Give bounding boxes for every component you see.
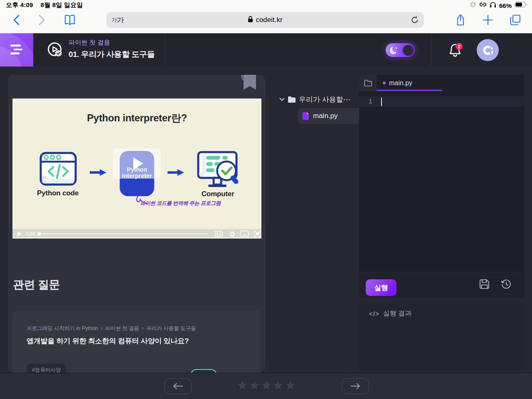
notification-badge: 2 bbox=[456, 43, 463, 50]
editor-tab-bar: main.py bbox=[359, 75, 525, 91]
computer-label: Computer bbox=[189, 190, 247, 198]
play-button[interactable] bbox=[17, 231, 22, 236]
star-icon[interactable] bbox=[237, 380, 248, 391]
interpreter-annotation: 파이썬 코드를 번역해 주는 프로그램 bbox=[140, 200, 232, 207]
bookmarks-button[interactable] bbox=[63, 13, 76, 27]
profile-avatar[interactable] bbox=[477, 39, 499, 61]
url-text: codeit.kr bbox=[256, 16, 282, 24]
breadcrumb-chapter: 파이썬 첫 걸음 bbox=[105, 325, 139, 331]
code-editing-area[interactable] bbox=[359, 91, 525, 272]
chevron-down-icon bbox=[279, 98, 285, 101]
breadcrumb-lesson: 우리가 사용할 도구들 bbox=[146, 325, 196, 331]
python-code-label: Python code bbox=[25, 189, 91, 197]
next-lesson-button[interactable] bbox=[342, 378, 369, 394]
codeit-logo-icon bbox=[482, 44, 494, 56]
safari-chrome: 오후 4:098월 8일 일요일 bbox=[0, 0, 532, 33]
breadcrumb-separator: > bbox=[141, 325, 144, 331]
related-questions-heading: 관련 질문 bbox=[13, 277, 60, 292]
battery-percent: 66% bbox=[499, 2, 512, 9]
question-card[interactable]: 프로그래밍 시작하기 in Python>파이썬 첫 걸음>우리가 사용할 도구… bbox=[12, 310, 261, 377]
sidebar-menu-button[interactable] bbox=[0, 33, 33, 66]
breadcrumb-course: 프로그래밍 시작하기 in Python bbox=[27, 325, 98, 331]
editor-tab-label: main.py bbox=[389, 79, 412, 87]
folder-icon bbox=[288, 96, 296, 103]
star-icon[interactable] bbox=[261, 380, 272, 391]
url-bar[interactable]: 가가 codeit.kr bbox=[106, 12, 424, 28]
file-name: main.py bbox=[313, 112, 338, 120]
lesson-title: 01. 우리가 사용할 도구들 bbox=[69, 49, 155, 60]
video-controls: 1:34 bbox=[12, 229, 261, 239]
back-button[interactable] bbox=[10, 13, 23, 27]
tabs-button[interactable] bbox=[509, 13, 522, 27]
url-text-group: codeit.kr bbox=[106, 16, 424, 25]
arrow-right-icon bbox=[167, 168, 184, 179]
toggle-knob bbox=[403, 45, 414, 56]
header-divider bbox=[165, 33, 165, 66]
forward-button[interactable] bbox=[35, 13, 48, 27]
history-button[interactable] bbox=[501, 279, 512, 290]
hotspot-link-icon bbox=[479, 2, 487, 9]
site-header: 파이썬 첫 걸음 01. 우리가 사용할 도구들 2 bbox=[0, 33, 532, 66]
battery-icon bbox=[515, 2, 527, 9]
fullscreen-button[interactable] bbox=[254, 231, 261, 237]
editor-files-button[interactable] bbox=[359, 75, 377, 91]
arrow-right-icon bbox=[350, 383, 361, 389]
run-result-header: </> 실행 결과 bbox=[369, 309, 411, 318]
run-button[interactable]: 실행 bbox=[366, 279, 397, 296]
star-icon[interactable] bbox=[249, 380, 260, 391]
run-result-panel: </> 실행 결과 bbox=[359, 304, 525, 370]
slide-title: Python interpreter란? bbox=[12, 111, 261, 125]
video-time: 1:34 bbox=[26, 231, 35, 236]
editor-run-bar: 실행 bbox=[359, 272, 525, 298]
screen: 오후 4:098월 8일 일요일 bbox=[0, 0, 532, 399]
editor-tab-mainpy[interactable]: main.py bbox=[377, 75, 442, 91]
save-floppy-icon bbox=[479, 279, 490, 289]
progress-bar[interactable] bbox=[37, 232, 209, 236]
lesson-content-panel: Python interpreter란? bbox=[8, 75, 265, 373]
lesson-play-icon bbox=[45, 40, 65, 60]
status-time: 오후 4:09 bbox=[6, 1, 33, 8]
status-bar-left: 오후 4:098월 8일 일요일 bbox=[6, 1, 90, 9]
video-player[interactable]: Python interpreter란? bbox=[12, 99, 261, 239]
headphones-icon bbox=[490, 2, 496, 10]
python-code-icon bbox=[39, 152, 77, 187]
moon-icon bbox=[389, 45, 400, 57]
course-subtitle: 파이썬 첫 걸음 bbox=[69, 39, 155, 47]
captions-button[interactable] bbox=[215, 231, 223, 237]
new-tab-button[interactable] bbox=[481, 13, 495, 27]
unsaved-dot-icon bbox=[383, 81, 386, 84]
folder-name: 우리가 사용할⋯ bbox=[299, 95, 350, 104]
lesson-info[interactable]: 파이썬 첫 걸음 01. 우리가 사용할 도구들 bbox=[69, 39, 155, 60]
breadcrumb: 프로그래밍 시작하기 in Python>파이썬 첫 걸음>우리가 사용할 도구… bbox=[27, 325, 196, 332]
breadcrumb-separator: > bbox=[100, 325, 103, 331]
lock-icon bbox=[248, 16, 253, 25]
pip-button[interactable] bbox=[240, 231, 249, 237]
question-title: 앱개발을 하기 위한 최소한의 컴퓨터 사양이 있나요? bbox=[27, 336, 189, 346]
lesson-nav-bar bbox=[0, 373, 532, 399]
notifications-button[interactable]: 2 bbox=[448, 42, 464, 59]
file-tree-file-selected[interactable]: main.py bbox=[298, 108, 359, 124]
file-tree-folder[interactable]: 우리가 사용할⋯ bbox=[279, 92, 358, 106]
history-clock-icon bbox=[501, 279, 512, 290]
status-bar-right: 66% bbox=[470, 1, 527, 10]
big-play-button[interactable] bbox=[113, 148, 161, 179]
loading-spinner-icon bbox=[470, 1, 476, 10]
reader-text-size-control[interactable]: 가가 bbox=[112, 12, 124, 28]
star-icon[interactable] bbox=[285, 380, 296, 391]
bookmark-ribbon-icon[interactable] bbox=[244, 75, 256, 90]
file-icon bbox=[302, 112, 309, 120]
code-brackets-icon: </> bbox=[369, 310, 379, 317]
share-button[interactable] bbox=[454, 13, 467, 27]
save-button[interactable] bbox=[479, 279, 490, 290]
arrow-left-icon bbox=[172, 383, 183, 389]
code-editor-panel: main.py 1 실행 bbox=[359, 75, 525, 298]
reload-button[interactable] bbox=[410, 15, 420, 25]
status-date: 8월 8일 일요일 bbox=[41, 1, 83, 8]
star-icon[interactable] bbox=[273, 380, 284, 391]
folder-icon bbox=[364, 80, 372, 86]
lesson-rating bbox=[237, 380, 296, 392]
prev-lesson-button[interactable] bbox=[164, 378, 192, 394]
settings-gear-button[interactable] bbox=[229, 231, 235, 237]
hamburger-icon bbox=[10, 44, 23, 55]
dark-mode-toggle[interactable] bbox=[386, 43, 415, 57]
